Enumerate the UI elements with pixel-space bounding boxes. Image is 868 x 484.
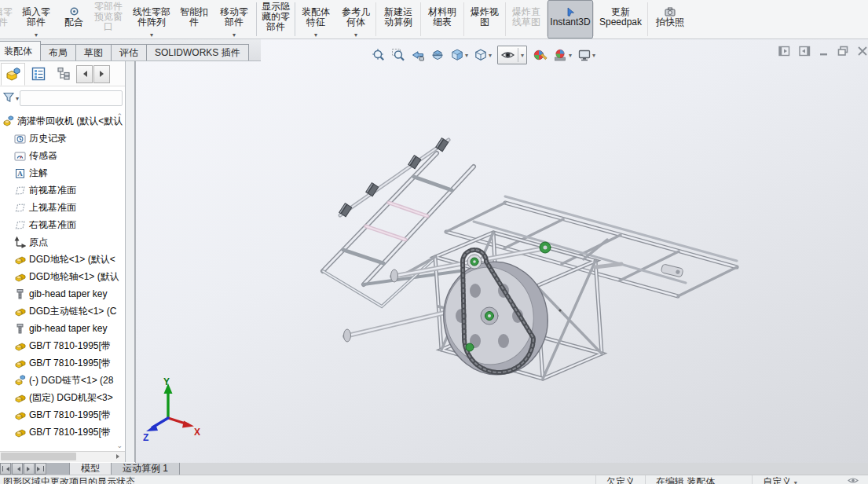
dropdown-caret-icon[interactable]: ▾ [14, 32, 58, 38]
command-manager-ribbon: 编辑零 部件插入零 部件▾配合零部件 预览窗 口线性零部 件阵列▾智能扣 件移动… [0, 0, 868, 39]
tab-prev-button[interactable] [12, 463, 23, 475]
filter-funnel-icon[interactable] [2, 91, 15, 106]
hud-edit-appearance-button[interactable] [533, 48, 548, 62]
tree-item[interactable]: 传感器 [0, 147, 125, 164]
ribbon-button-move-component[interactable]: 移动零 部件▾ [212, 0, 256, 38]
zoom-to-area-icon [391, 48, 405, 62]
command-tab-5[interactable]: SOLIDWORKS 插件 [146, 44, 249, 60]
ribbon-button-smart-fasteners[interactable]: 智能扣 件 [176, 0, 212, 38]
dropdown-caret-icon[interactable]: ▾ [465, 52, 468, 59]
ribbon-button-instant3d[interactable]: Instant3D [548, 0, 593, 38]
ribbon-button-take-snapshot[interactable]: 拍快照 [648, 0, 692, 38]
tree-item[interactable]: 右视基准面 [0, 216, 125, 233]
filter-dropdown-caret-icon[interactable]: ▾ [16, 95, 19, 102]
ribbon-button-label: 编辑零 部件 [0, 7, 13, 28]
panel-tab-configuration-manager[interactable] [51, 63, 75, 86]
tree-item[interactable]: A注解 [0, 164, 125, 182]
dropdown-caret-icon[interactable]: ▾ [521, 52, 524, 59]
tree-item[interactable]: GB/T 7810-1995[带 [0, 424, 125, 441]
panel-tab-featuremanager-tree[interactable] [1, 63, 25, 86]
mate-icon [69, 6, 79, 16]
dropdown-caret-icon[interactable]: ▾ [212, 32, 256, 38]
dropdown-caret-icon[interactable]: ▾ [127, 32, 176, 38]
ribbon-button-bill-of-materials[interactable]: 材料明 细表 [421, 0, 463, 38]
ribbon-button-insert-components[interactable]: 插入零 部件▾ [14, 0, 58, 38]
dropdown-caret-icon[interactable]: ▾ [592, 52, 595, 59]
tree-item[interactable]: 历史记录 [0, 130, 125, 147]
tree-item[interactable]: DGD地轮轴<1> (默认 [0, 268, 125, 285]
hud-zoom-to-fit-button[interactable] [372, 48, 386, 62]
tree-item[interactable]: (-) DGD链节<1> (28 [0, 372, 125, 389]
ribbon-button-exploded-view[interactable]: 爆炸视 图 [464, 0, 505, 38]
status-tag-icon[interactable] [848, 476, 859, 484]
dropdown-caret-icon[interactable]: ▾ [489, 52, 492, 59]
tree-item-label: DGD地轮轴<1> (默认 [29, 270, 119, 284]
command-tab-1[interactable]: 装配体 [0, 41, 41, 60]
tree-item[interactable]: (固定) DGD机架<3> [0, 389, 125, 406]
scrollbar-thumb[interactable] [1, 453, 76, 460]
hud-hide-show-items-button[interactable]: ▾ [497, 46, 527, 64]
hud-display-style-button[interactable]: ▾ [474, 48, 492, 62]
ribbon-button-mate[interactable]: 配合 [58, 0, 90, 38]
collapse-right-pane-icon[interactable] [799, 46, 811, 57]
panel-splitter[interactable] [126, 61, 135, 462]
tree-horizontal-scrollbar[interactable] [0, 451, 125, 462]
tab-next-button[interactable] [24, 463, 35, 475]
apply-scene-icon [553, 48, 568, 62]
tree-item[interactable]: gib-head taper key [0, 285, 125, 302]
ribbon-button-label: 移动零 部件 [220, 7, 248, 28]
panel-tab-scroll-right[interactable] [93, 65, 110, 83]
hud-zoom-to-area-button[interactable] [391, 48, 405, 62]
dropdown-caret-icon[interactable]: ▾ [569, 52, 572, 59]
feature-filter-input[interactable] [20, 90, 123, 106]
tree-item[interactable]: 上视基准面 [0, 199, 125, 216]
tree-item[interactable]: 原点 [0, 233, 125, 251]
status-custom-menu[interactable]: 自定义 ▾ [752, 475, 807, 484]
dropdown-caret-icon[interactable]: ▾ [336, 32, 375, 38]
minimize-icon[interactable] [819, 46, 829, 57]
graphics-viewport[interactable]: Y X Z ▾▾▾▾▾ [135, 39, 868, 463]
ribbon-button-label: 智能扣 件 [180, 7, 208, 28]
dropdown-caret-icon[interactable]: ▾ [295, 32, 336, 38]
ribbon-button-linear-component-pattern[interactable]: 线性零部 件阵列▾ [127, 0, 176, 38]
close-icon[interactable] [857, 46, 868, 57]
tab-first-button[interactable] [0, 463, 11, 475]
hud-section-view-button[interactable] [430, 48, 445, 62]
bottom-tab-model[interactable]: 模型 [69, 463, 112, 475]
scrollbar-right-arrow[interactable] [113, 453, 124, 460]
panel-tab-scroll-left[interactable] [76, 65, 93, 83]
ribbon-button-label: 零部件 预览窗 口 [94, 2, 123, 32]
panel-tab-property-manager[interactable] [26, 63, 50, 86]
ribbon-button-update-speedpak[interactable]: 更新 Speedpak [594, 0, 647, 38]
filter-funnel-icon [2, 91, 15, 103]
tree-item[interactable]: gib-head taper key [0, 320, 125, 337]
tree-item[interactable]: 前视基准面 [0, 182, 125, 199]
ribbon-button-label: 材料明 细表 [428, 7, 456, 28]
tree-item[interactable]: 滴灌带回收机 (默认<默认 [0, 112, 125, 130]
ribbon-button-show-hidden-components[interactable]: 显示隐 藏的零 部件 [257, 0, 295, 38]
tree-item[interactable]: GB/T 7810-1995[带 [0, 354, 125, 372]
command-tab-2[interactable]: 布局 [40, 44, 76, 60]
hud-view-settings-button[interactable]: ▾ [577, 48, 595, 62]
hud-view-orientation-button[interactable]: ▾ [450, 48, 468, 62]
tree-item[interactable]: GB/T 7810-1995[带 [0, 337, 125, 354]
tree-item[interactable]: GB/T 7810-1995[带 [0, 406, 125, 424]
ribbon-button-new-motion-study[interactable]: 新建运 动算例 [376, 0, 420, 38]
model-3d-drip-tape-recycler[interactable] [136, 39, 868, 463]
hud-previous-view-button[interactable] [411, 48, 425, 62]
tree-scroll-up-icon[interactable]: ⌃ [116, 113, 123, 120]
hud-apply-scene-button[interactable]: ▾ [553, 48, 572, 62]
bottom-tab-motion-study[interactable]: 运动算例 1 [112, 463, 180, 475]
tree-item-label: 历史记录 [29, 132, 67, 145]
ribbon-button-explode-line-sketch: 爆炸直 线草图 [506, 0, 547, 38]
command-tab-3[interactable]: 草图 [75, 44, 112, 60]
ribbon-button-assembly-features[interactable]: 装配体 特征▾ [295, 0, 336, 38]
restore-icon[interactable] [837, 46, 848, 57]
tree-item[interactable]: DGD地轮<1> (默认< [0, 251, 125, 268]
command-tab-4[interactable]: 评估 [111, 44, 147, 60]
tab-last-button[interactable] [35, 463, 46, 475]
tree-item[interactable]: DGD主动链轮<1> (C [0, 302, 125, 320]
collapse-left-pane-icon[interactable] [778, 46, 790, 57]
ribbon-button-reference-geometry[interactable]: 参考几 何体▾ [336, 0, 375, 38]
tree-scroll-down-icon[interactable]: ⌄ [116, 442, 123, 449]
